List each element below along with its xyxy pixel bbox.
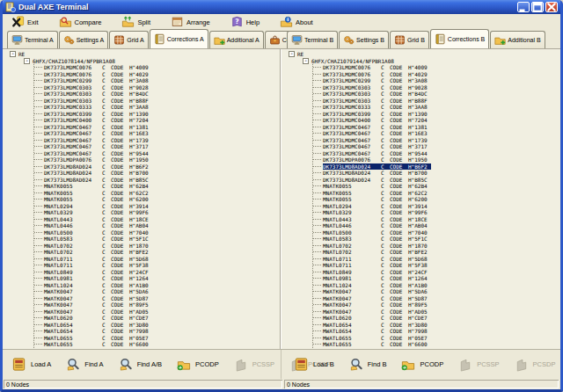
tree-root-row[interactable]: -RE [289,50,560,57]
tree-row[interactable]: MWATK0047CCODEH"AD05 [34,309,280,316]
tree-row[interactable]: MNATK0055CCODEH"6200 [313,196,560,203]
tree-row[interactable]: DK7373LMD8AD024CCODEH"B700 [34,170,280,177]
tree-row[interactable]: DK7373LMDMC0467CCODEH"9544 [34,150,280,157]
tree-row[interactable]: MWATL0620CCODEH"CDE7 [34,315,280,322]
tree-row[interactable]: DK7373LMDMC0303CCODEH"B4DC [34,91,280,98]
tree-row[interactable]: DK7373LMDMC0467CCODEH"1739 [34,137,280,144]
tree-row[interactable]: MNATK0055CCODEH"62C2 [313,190,560,197]
tree-row[interactable]: DK7373LMDMC0303CCODEH"B4DC [313,91,560,98]
tree-row[interactable]: MNATL0329CCODEH"99F6 [313,209,560,216]
tree-row[interactable]: MWATK0047CCODEH"5D87 [34,295,280,302]
tree-row[interactable]: MNATL0711CCODEH"5D68 [313,256,560,263]
tree-root-row[interactable]: -RE [10,50,280,57]
tree-row[interactable]: MNATL0711CCODEH"5D68 [34,256,280,263]
tree-row[interactable]: MNATL0583CCODEH"5F1C [34,236,280,243]
tree-row[interactable]: DK7373LMDMC0467CCODEH"1381 [313,124,560,131]
tab-settings-a[interactable]: Settings A [59,31,109,48]
tree-row[interactable]: DK7373LMDMC0467CCODEH"16E3 [313,130,560,137]
tab-corrections-a[interactable]: Corrections A [150,29,208,48]
tab-grid-a[interactable]: Grid A [109,31,148,48]
tree-row[interactable]: MNATK0055CCODEH"62B4 [313,183,560,190]
tab-settings-b[interactable]: Settings B [339,31,389,48]
tree-row[interactable]: DK7373LMDMC0303CCODEH"9028 [313,84,560,91]
find-a-button[interactable]: Find A [65,357,103,372]
split-button[interactable]: Split [118,15,154,29]
tree-row[interactable]: DK7373LMDMC0400CCODEH"7204 [313,117,560,124]
tree-row[interactable]: MWATL0655CCODEH"6600 [313,341,560,348]
tree-row[interactable]: MNATL0500CCODEH"7040 [34,229,280,236]
tree-row[interactable]: MNATK0055CCODEH"62C2 [34,190,280,197]
tree-row[interactable]: MNATL0294CCODEH"3914 [313,203,560,210]
tree-row[interactable]: MWATK0047CCODEH"89F5 [34,301,280,309]
tree-row[interactable]: DK7373LMDMC0399CCODEH"1390 [313,111,560,118]
tab-corrections-b[interactable]: Corrections B [430,29,489,48]
tree-row[interactable]: MWATK0047CCODEH"89F5 [313,301,560,309]
tree-row[interactable]: MWATL0620CCODEH"CDE7 [313,315,560,322]
tree-row[interactable]: DK7373LMDMC0467CCODEH"9544 [313,150,560,157]
tree-row[interactable]: MNATL0711CCODEH"5F38 [34,262,280,269]
arrange-button[interactable]: Arrange [167,15,214,29]
expander-icon[interactable]: - [289,51,295,57]
maximize-button[interactable] [531,2,544,12]
tree-row[interactable]: MNATL1024CCODEH"A1B0 [34,282,280,289]
load-b-button[interactable]: Load B [294,357,334,372]
tree-row[interactable]: DK7373LMDMC0076CCODEH"4029 [34,71,280,78]
tree-row[interactable]: DK7373LMDMC0076CCODEH"4009 [34,64,280,71]
expander-icon[interactable]: - [24,58,30,64]
tree-row[interactable]: DK7373LMDMC0467CCODEH"3717 [34,143,280,150]
tree-row[interactable]: DK7373LMDMC0333CCODEH"3AA8 [313,104,560,111]
tree-row[interactable]: MWATL0655CCODEH"05E7 [34,335,280,342]
tree-row[interactable]: MWATL0655CCODEH"05E7 [313,335,560,342]
tree-row[interactable]: DK7373LMDMC0076CCODEH"4009 [313,64,560,71]
tab-terminal-a[interactable]: Terminal A [7,31,58,48]
tree-row[interactable]: MNATL0981CCODEH"1264 [313,275,560,282]
tree-node-row[interactable]: -6HFX/CHAZ1078144/NFPBR1A08 [24,57,280,64]
expander-icon[interactable]: - [303,58,309,64]
titlebar[interactable]: Dual AXE Terminal [3,0,560,14]
tree-row[interactable]: MNATL0443CCODEH"18CE [313,216,560,223]
tree-row[interactable]: MWATK0047CCODEH"AD05 [313,309,560,316]
tree-row[interactable]: MWATL0654CCODEH"3D80 [34,322,280,329]
find-a-b-button[interactable]: Find A/B [118,357,162,372]
tab-additional-a[interactable]: Additional A [209,31,264,48]
tree-row[interactable]: DK7373LMDMC0400CCODEH"7204 [34,117,280,124]
tree-row[interactable]: DK7373LMD8AD024CCODEH"B6F2 [313,163,560,171]
tree-row[interactable]: DK7373LMDMC0467CCODEH"3717 [313,143,560,150]
expander-icon[interactable]: - [10,51,16,57]
tree-row[interactable]: MNATL0294CCODEH"3914 [34,203,280,210]
tree-row[interactable]: MNATL0583CCODEH"5F1C [313,236,560,243]
tree-row[interactable]: DK7373LMDMC0333CCODEH"3AA8 [34,104,280,111]
tree-row[interactable]: DK7373LMDMC0303CCODEH"B88F [313,98,560,105]
close-button[interactable] [545,2,558,12]
tree-row[interactable]: MWATL0655CCODEH"6600 [34,341,280,348]
tree-row[interactable]: MNATL0711CCODEH"5F38 [313,262,560,269]
tree-row[interactable]: MWATL0654CCODEH"7998 [313,328,560,335]
tree-row[interactable]: DK7373LMD8AD024CCODEH"B6F2 [34,163,280,171]
tree-row[interactable]: MNATL0702CCODEH"BFE2 [313,249,560,256]
tab-grid-b[interactable]: Grid B [390,31,429,48]
tree-row[interactable]: DK7373LMDMC0467CCODEH"1739 [313,137,560,144]
tree-row[interactable]: DK7373LMDMC0076CCODEH"4029 [313,71,560,78]
tree-row[interactable]: MNATL1024CCODEH"A1B0 [313,282,560,289]
tree-row[interactable]: MWATK0047CCODEH"5DA6 [313,288,560,295]
tree-row[interactable]: DK7373LMDMC0299CCODEH"3A08 [313,77,560,84]
tree-row[interactable]: MNATL0446CCODEH"AB04 [34,222,280,229]
pcodp-button[interactable]: PCODP [400,357,443,372]
exit-button[interactable]: Exit [8,15,42,29]
tree-row[interactable]: MNATK0055CCODEH"6200 [34,196,280,203]
tree-row[interactable]: MNATL0329CCODEH"99F6 [34,209,280,216]
pcodp-button[interactable]: PCODP [176,357,219,372]
tree-row[interactable]: MNATL0849CCODEH"24CF [313,269,560,276]
tree-row[interactable]: MNATL0702CCODEH"1870 [313,243,560,250]
tree-node-row[interactable]: -6HFX/CHAZ1079144/NFPBR1A08 [303,57,560,64]
tree-row[interactable]: DK7373LMD8AD024CCODEH"B85C [313,177,560,184]
tree-row[interactable]: DK7373LMDPA0076CCODEH"1950 [34,156,280,163]
tab-additional-b[interactable]: Additional B [490,31,545,48]
tree-row[interactable]: MWATL0654CCODEH"3D80 [313,322,560,329]
tree-row[interactable]: DK7373LMDMC0303CCODEH"B88F [34,98,280,105]
help-button[interactable]: ?Help [227,15,263,29]
tree-row[interactable]: MWATK0047CCODEH"5DA6 [34,288,280,295]
tree-row[interactable]: MNATL0446CCODEH"AB04 [313,222,560,229]
tree-row[interactable]: DK7373LMDMC0467CCODEH"1381 [34,124,280,131]
tree-row[interactable]: MWATK0047CCODEH"5D87 [313,295,560,302]
